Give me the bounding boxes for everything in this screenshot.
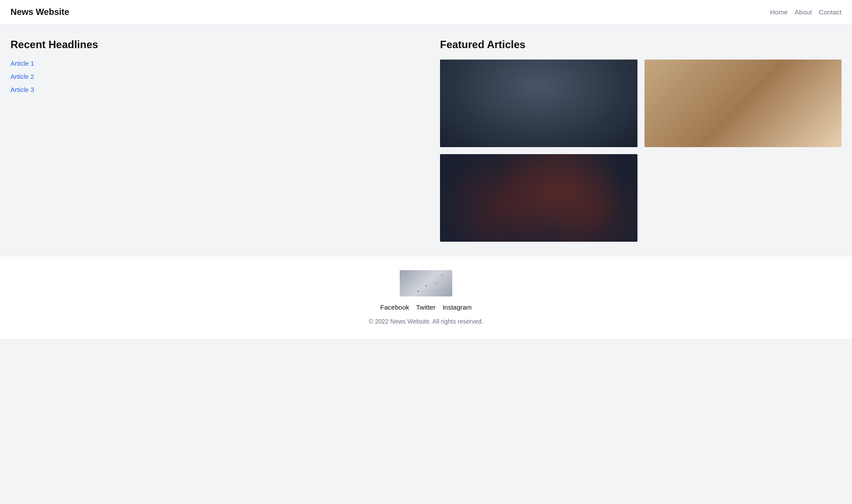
social-facebook[interactable]: Facebook [380,303,409,311]
headline-list: Article 1 Article 2 Article 3 [11,60,426,94]
articles-grid [440,60,841,242]
list-item: Article 3 [11,86,426,94]
article-image-map [440,154,637,242]
sidebar: Recent Headlines Article 1 Article 2 Art… [11,39,426,242]
article-link-2[interactable]: Article 2 [11,73,34,80]
site-title: News Website [11,7,69,17]
article-image-crowd [440,60,637,147]
nav-about[interactable]: About [795,8,812,16]
main-content: Recent Headlines Article 1 Article 2 Art… [0,25,852,256]
social-links: Facebook Twitter Instagram [11,303,841,311]
list-item: Article 2 [11,73,426,81]
site-header: News Website Home About Contact [0,0,852,25]
nav-home[interactable]: Home [770,8,788,16]
list-item: Article 1 [11,60,426,67]
copyright: © 2022 News Website. All rights reserved… [11,318,841,325]
social-instagram[interactable]: Instagram [443,303,472,311]
site-footer: Facebook Twitter Instagram © 2022 News W… [0,256,852,339]
social-twitter[interactable]: Twitter [416,303,435,311]
featured-section: Featured Articles [440,39,841,242]
article-image-studio [644,60,842,147]
featured-heading: Featured Articles [440,39,841,51]
main-nav: Home About Contact [770,8,841,16]
article-link-3[interactable]: Article 3 [11,86,34,93]
nav-contact[interactable]: Contact [819,8,841,16]
sidebar-heading: Recent Headlines [11,39,426,51]
article-link-1[interactable]: Article 1 [11,60,34,67]
footer-logo [400,270,452,296]
